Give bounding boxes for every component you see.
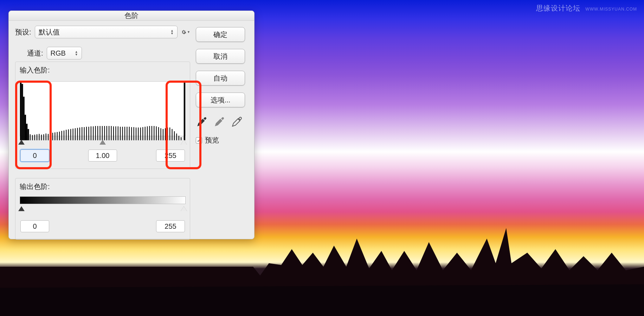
output-gradient[interactable]	[20, 196, 186, 204]
preset-value: 默认值	[39, 27, 60, 37]
preview-label: 预览	[205, 135, 219, 145]
input-white-field[interactable]: 255	[156, 150, 185, 162]
updown-icon: ▲▼	[170, 29, 174, 35]
channel-value: RGB	[51, 49, 66, 57]
preset-label: 预设:	[15, 27, 31, 37]
output-levels-group: 输出色阶: 0 255	[15, 178, 190, 240]
svg-rect-3	[25, 115, 26, 140]
gamma-slider[interactable]	[99, 140, 106, 145]
preset-select[interactable]: 默认值 ▲▼	[35, 26, 178, 38]
white-point-slider[interactable]	[181, 140, 187, 145]
output-white-field[interactable]: 255	[156, 220, 185, 232]
watermark-url: WWW.MISSYUAN.COM	[585, 7, 637, 12]
gray-point-eyedropper-icon[interactable]	[213, 116, 225, 128]
input-levels-label: 输入色阶:	[20, 65, 186, 75]
input-black-field[interactable]: 0	[20, 150, 49, 162]
auto-button[interactable]: 自动	[196, 71, 245, 86]
watermark-text: 思缘设计论坛	[536, 4, 580, 12]
svg-rect-74	[184, 82, 185, 140]
gear-icon[interactable]: ▼	[181, 27, 190, 37]
histogram[interactable]	[20, 78, 186, 145]
watermark: 思缘设计论坛 WWW.MISSYUAN.COM	[536, 4, 637, 13]
channel-select[interactable]: RGB ▲▼	[47, 47, 82, 59]
output-levels-label: 输出色阶:	[20, 182, 186, 191]
input-gamma-field[interactable]: 1.00	[88, 150, 117, 162]
levels-dialog: 色阶 预设: 默认值 ▲▼ ▼ 通道:	[8, 11, 255, 239]
output-slider-track[interactable]	[20, 204, 186, 211]
background-image: 思缘设计论坛 WWW.MISSYUAN.COM 色阶 预设: 默认值 ▲▼	[0, 0, 644, 316]
preview-checkbox[interactable]: ✓	[196, 137, 202, 144]
output-white-slider[interactable]	[181, 206, 187, 211]
dialog-title: 色阶	[9, 11, 254, 21]
cancel-button[interactable]: 取消	[196, 49, 245, 64]
white-point-eyedropper-icon[interactable]	[231, 116, 243, 128]
histogram-frame	[20, 81, 186, 136]
svg-rect-2	[23, 97, 25, 140]
ok-button[interactable]: 确定	[196, 27, 245, 42]
input-levels-group: 输入色阶:	[15, 62, 190, 169]
output-black-field[interactable]: 0	[20, 220, 49, 232]
channel-label: 通道:	[27, 49, 43, 58]
svg-rect-0	[20, 82, 21, 140]
output-black-slider[interactable]	[18, 206, 25, 211]
options-button[interactable]: 选项...	[196, 93, 245, 107]
svg-rect-1	[21, 84, 23, 140]
updown-icon: ▲▼	[75, 50, 78, 56]
black-point-slider[interactable]	[18, 140, 25, 145]
input-slider-track[interactable]	[20, 138, 186, 145]
histogram-bars	[20, 82, 185, 140]
black-point-eyedropper-icon[interactable]	[196, 116, 208, 128]
